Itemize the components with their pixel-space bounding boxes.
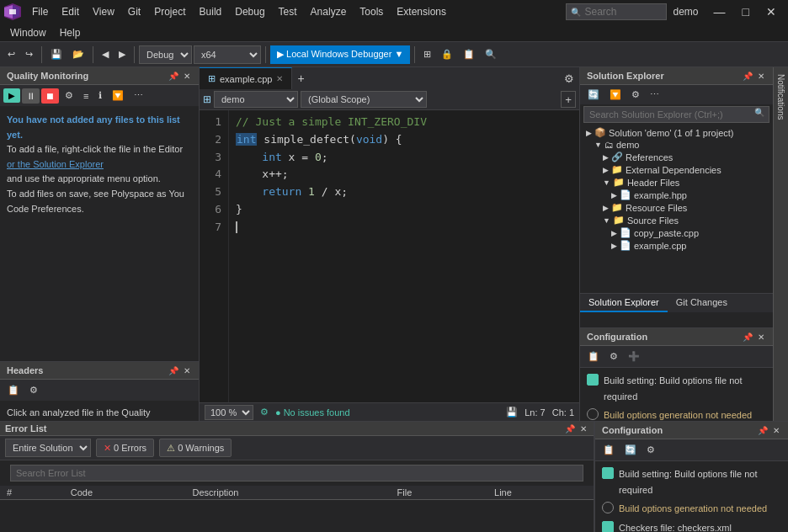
tree-item-header-files[interactable]: ▼ 📁 Header Files [582, 176, 771, 189]
toolbar-extra4[interactable]: 🔍 [481, 46, 501, 62]
toolbar-extra1[interactable]: ⊞ [419, 46, 435, 62]
tree-item-example-cpp[interactable]: ▶ 📄 example.cpp [582, 239, 771, 252]
add-tab-button[interactable]: + [292, 72, 309, 85]
config-dropdown[interactable]: Debug [139, 45, 192, 64]
sol-more-button[interactable]: ⋯ [646, 87, 663, 103]
menu-bar2: Window Help [0, 24, 788, 42]
quality-play-button[interactable]: ▶ [3, 88, 20, 103]
source-arrow[interactable]: ▼ [603, 216, 610, 225]
zoom-dropdown[interactable]: 100 % [205, 405, 253, 420]
headers-btn1[interactable]: 📋 [3, 382, 24, 398]
nav-forward-button[interactable]: ▶ [114, 46, 130, 62]
toolbar-extra3[interactable]: 📋 [459, 46, 479, 62]
error-pin-icon[interactable]: 📌 [563, 424, 577, 434]
sol-sync-button[interactable]: 🔄 [583, 87, 604, 103]
tab-close-icon[interactable]: ✕ [276, 74, 283, 83]
tree-item-copy-paste[interactable]: ▶ 📄 copy_paste.cpp [582, 226, 771, 239]
solution-controls: 📌 ✕ [741, 72, 766, 81]
quality-settings-button[interactable]: ⚙ [61, 88, 77, 104]
open-button[interactable]: 📂 [68, 46, 88, 62]
config-right-btn1[interactable]: 📋 [599, 442, 619, 458]
demo-arrow[interactable]: ▼ [594, 141, 602, 149]
maximize-button[interactable]: □ [734, 2, 758, 22]
panel-close-icon[interactable]: ✕ [182, 72, 192, 81]
quality-list-button[interactable]: ≡ [79, 88, 93, 104]
sol-settings-button[interactable]: ⚙ [627, 87, 644, 103]
undo-button[interactable]: ↩ [3, 46, 19, 62]
menu-build[interactable]: Build [193, 3, 229, 21]
headers-close-icon[interactable]: ✕ [182, 366, 192, 375]
quality-stop-button[interactable]: ⏹ [41, 88, 59, 104]
menu-help[interactable]: Help [53, 24, 88, 42]
config-right-pin-icon[interactable]: 📌 [756, 426, 769, 435]
config-btn1[interactable]: 📋 [583, 348, 604, 364]
platform-dropdown[interactable]: x64 [194, 45, 261, 64]
tab-solution-explorer[interactable]: Solution Explorer [580, 294, 668, 312]
error-filter-dropdown[interactable]: Entire Solution [5, 439, 91, 457]
extdeps-arrow[interactable]: ▶ [603, 166, 609, 174]
menu-window[interactable]: Window [3, 24, 53, 42]
save-button[interactable]: 💾 [46, 46, 67, 62]
menu-edit[interactable]: Edit [55, 3, 86, 21]
errors-button[interactable]: ✕ 0 Errors [96, 439, 154, 457]
config-btn3[interactable]: ➕ [624, 348, 644, 364]
toolbar-extra2[interactable]: 🔒 [437, 46, 457, 62]
close-button[interactable]: ✕ [758, 2, 785, 22]
panel-pin-icon[interactable]: 📌 [167, 72, 180, 81]
tree-item-resource-files[interactable]: ▶ 📁 Resource Files [582, 201, 771, 214]
scope-left-dropdown[interactable]: demo [214, 91, 298, 108]
solution-pin-icon[interactable]: 📌 [741, 72, 754, 81]
headers-pin-icon[interactable]: 📌 [167, 366, 180, 375]
hpp-arrow[interactable]: ▶ [611, 191, 617, 200]
code-content[interactable]: // Just a simple INT_ZERO_DIV int simple… [229, 110, 579, 402]
config-btn2[interactable]: ⚙ [605, 348, 622, 364]
config-pin-icon[interactable]: 📌 [741, 332, 754, 342]
editor-tab-example-cpp[interactable]: ⊞ example.cpp ✕ [200, 67, 292, 89]
quality-more-button[interactable]: ⋯ [130, 88, 147, 104]
error-search-input[interactable] [10, 465, 583, 481]
tree-item-demo[interactable]: ▼ 🗂 demo [582, 139, 771, 151]
error-close-icon[interactable]: ✕ [578, 424, 588, 434]
tree-item-references[interactable]: ▶ 🔗 References [582, 151, 771, 163]
nav-back-button[interactable]: ◀ [98, 46, 113, 62]
config-right-btn2[interactable]: 🔄 [620, 442, 641, 458]
copy-arrow[interactable]: ▶ [611, 229, 617, 237]
menu-project[interactable]: Project [147, 3, 192, 21]
redo-button[interactable]: ↪ [21, 46, 37, 62]
add-scope-button[interactable]: + [561, 91, 576, 108]
quality-pause-button[interactable]: ⏸ [22, 88, 40, 104]
config-right-close-icon[interactable]: ✕ [771, 426, 781, 435]
scope-right-dropdown[interactable]: (Global Scope) [301, 91, 427, 108]
warnings-button[interactable]: ⚠ 0 Warnings [159, 439, 232, 457]
tree-root-arrow[interactable]: ▶ [586, 129, 592, 137]
menu-test[interactable]: Test [272, 3, 304, 21]
sol-filter-button[interactable]: 🔽 [605, 87, 626, 103]
quality-msg2-link[interactable]: or the Solution Explorer [7, 159, 104, 169]
quality-info-button[interactable]: ℹ [94, 88, 106, 104]
tree-item-ext-deps[interactable]: ▶ 📁 External Dependencies [582, 163, 771, 176]
solution-search-input[interactable] [583, 106, 769, 123]
references-arrow[interactable]: ▶ [603, 153, 609, 162]
editor-settings-button[interactable]: ⚙ [559, 72, 579, 85]
resource-arrow[interactable]: ▶ [603, 204, 609, 212]
menu-analyze[interactable]: Analyze [304, 3, 354, 21]
notifications-tab[interactable]: Notifications [773, 67, 788, 421]
menu-tools[interactable]: Tools [353, 3, 390, 21]
menu-debug[interactable]: Debug [228, 3, 271, 21]
tree-item-example-hpp[interactable]: ▶ 📄 example.hpp [582, 189, 771, 201]
menu-file[interactable]: File [25, 3, 55, 21]
config-close-icon[interactable]: ✕ [756, 332, 766, 342]
example-cpp-arrow[interactable]: ▶ [611, 242, 617, 250]
menu-view[interactable]: View [86, 3, 121, 21]
headers-arrow[interactable]: ▼ [603, 178, 610, 187]
menu-extensions[interactable]: Extensions [390, 3, 453, 21]
solution-close-icon[interactable]: ✕ [756, 72, 766, 81]
minimize-button[interactable]: — [705, 2, 734, 22]
tree-item-source-files[interactable]: ▼ 📁 Source Files [582, 214, 771, 226]
config-right-btn3[interactable]: ⚙ [642, 442, 659, 458]
headers-btn2[interactable]: ⚙ [25, 382, 42, 398]
menu-git[interactable]: Git [121, 3, 147, 21]
run-button[interactable]: ▶ Local Windows Debugger ▼ [270, 45, 410, 64]
tab-git-changes[interactable]: Git Changes [668, 294, 736, 312]
quality-filter-button[interactable]: 🔽 [108, 88, 128, 104]
